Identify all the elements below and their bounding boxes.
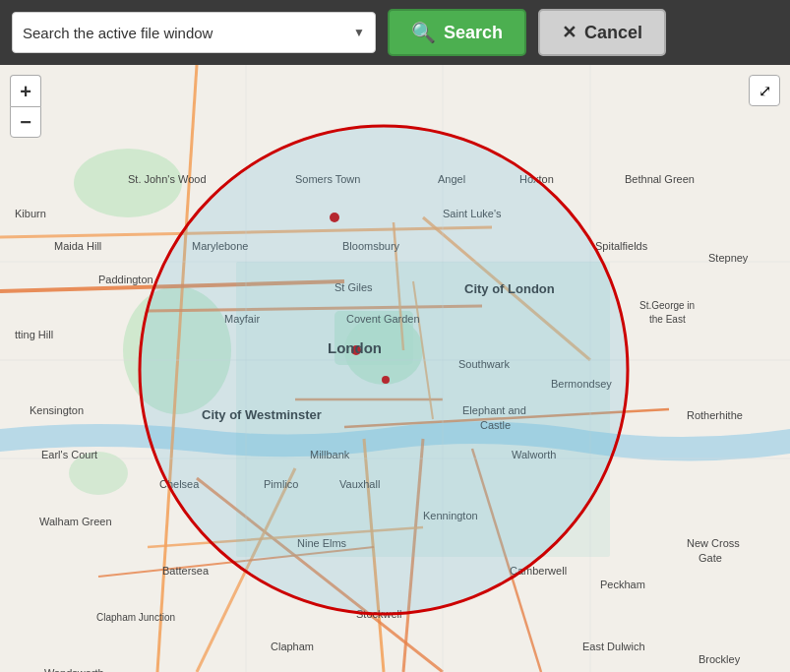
svg-point-81 [140,126,628,614]
svg-text:Bethnal Green: Bethnal Green [625,173,695,185]
svg-text:Peckham: Peckham [600,579,645,590]
svg-text:Maida Hill: Maida Hill [54,240,101,252]
cancel-button[interactable]: ✕ Cancel [538,9,666,56]
svg-text:Wandsworth: Wandsworth [44,667,104,672]
search-button-label: Search [444,23,503,43]
svg-text:Spitalfields: Spitalfields [595,240,648,252]
svg-text:tting Hill: tting Hill [15,329,53,340]
map-svg: St. John's Wood Somers Town Angel Hoxton… [0,65,790,672]
svg-text:East Dulwich: East Dulwich [582,641,645,652]
zoom-in-button[interactable]: + [10,75,41,106]
svg-text:St.George in: St.George in [639,300,695,311]
cancel-icon: ✕ [562,22,577,43]
map-container: St. John's Wood Somers Town Angel Hoxton… [0,65,790,672]
svg-text:Brockley: Brockley [699,653,741,665]
cancel-button-label: Cancel [584,23,642,43]
svg-text:Clapham: Clapham [271,641,314,652]
search-scope-dropdown[interactable]: Search the active file window Search all… [12,12,376,53]
svg-text:Walham Green: Walham Green [39,516,112,527]
search-button[interactable]: 🔍 Search [388,9,526,56]
svg-text:Clapham Junction: Clapham Junction [96,612,175,623]
svg-text:St. John's Wood: St. John's Wood [128,173,207,185]
search-icon: 🔍 [411,21,436,44]
svg-text:Kensington: Kensington [30,404,84,416]
zoom-controls: + − [10,75,41,138]
expand-button[interactable]: ⤢ [749,75,780,106]
svg-text:Kiburn: Kiburn [15,208,46,219]
toolbar: Search the active file window Search all… [0,0,790,65]
svg-text:Gate: Gate [699,552,722,564]
chevron-down-icon: ▼ [353,26,365,39]
svg-text:Battersea: Battersea [162,565,210,577]
svg-text:New Cross: New Cross [687,537,740,549]
svg-text:Rotherhithe: Rotherhithe [687,409,743,421]
svg-text:the East: the East [649,314,686,325]
zoom-out-button[interactable]: − [10,106,41,138]
svg-text:Paddington: Paddington [98,274,153,285]
svg-text:Earl's Court: Earl's Court [41,449,97,460]
search-scope-select[interactable]: Search the active file window Search all… [23,25,347,41]
svg-text:Stepney: Stepney [708,252,749,264]
